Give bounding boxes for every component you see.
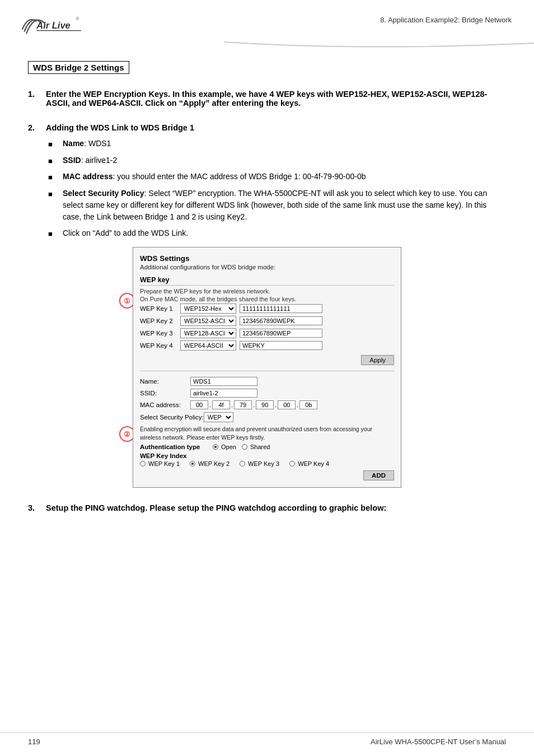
mac-row: MAC address: . . . . . — [140, 400, 394, 409]
wds-link-form: Name: SSID: MAC address: . . — [140, 377, 394, 480]
wds-settings-title: WDS Settings — [140, 254, 394, 263]
step2-heading: 2. Adding the WDS Link to WDS Bridge 1 — [28, 123, 506, 132]
list-item: ■ Click on “Add” to add the WDS Link. — [48, 227, 506, 240]
wep-key-3-option: WEP Key 3 — [240, 460, 279, 467]
step3-heading: 3. Setup the PING watchdog. Please setup… — [28, 503, 506, 512]
bullet-icon: ■ — [48, 189, 58, 200]
wep-key-index-row: WEP Key Index WEP Key 1 WEP Key 2 — [140, 452, 394, 467]
step1-heading-bold: Enter the WEP Encryption Keys. In this e… — [46, 90, 506, 108]
mac-fields: . . . . . — [190, 400, 317, 409]
bullet-text: SSID: airlive1-2 — [63, 155, 117, 166]
wep-key-2-radio[interactable] — [190, 461, 195, 466]
bullet-icon: ■ — [48, 228, 58, 240]
page-header: Air Live ® 8. Application Example2: Brid… — [0, 0, 534, 41]
wep-key-4-option: WEP Key 4 — [289, 460, 329, 467]
bullet-icon: ■ — [48, 172, 58, 183]
wep-key-row-1: WEP Key 1 WEP152-Hex WEP152-ASCII WEP128… — [140, 304, 394, 314]
wep-key-1-option: WEP Key 1 — [140, 460, 180, 467]
mac-field-2[interactable] — [212, 400, 230, 409]
wep-prepare-text2: On Pure MAC mode, all the bridges shared… — [140, 296, 394, 302]
bullet-text: Select Security Policy: Select “WEP” enc… — [63, 188, 506, 223]
security-row: Select Security Policy: WEP None WPA — [140, 412, 394, 422]
wep-key-4-value-input[interactable] — [240, 341, 322, 350]
mac-field-3[interactable] — [234, 400, 252, 409]
bullet-icon: ■ — [48, 156, 58, 167]
name-label: Name: — [140, 378, 190, 385]
wep-key-2-value-input[interactable] — [240, 316, 322, 325]
wep-key-3-label: WEP Key 3 — [140, 330, 180, 337]
step2-number: 2. — [28, 123, 41, 132]
wep-key-3-type-select[interactable]: WEP152-Hex WEP152-ASCII WEP128-ASCII WEP… — [180, 328, 236, 338]
wep-key-2-label: WEP Key 2 — [140, 318, 180, 324]
name-input[interactable] — [190, 377, 257, 386]
page-number: 119 — [28, 738, 40, 746]
mac-sep-2: . — [231, 402, 233, 408]
list-item: ■ Select Security Policy: Select “WEP” e… — [48, 188, 506, 223]
ssid-label: SSID: — [140, 390, 190, 396]
step1-section: 1. Enter the WEP Encryption Keys. In thi… — [28, 90, 506, 108]
mac-label: MAC address: — [140, 402, 190, 408]
wep-key-4-label: WEP Key 4 — [140, 342, 180, 349]
add-button[interactable]: ADD — [363, 470, 394, 480]
wep-key-3-value-input[interactable] — [240, 329, 322, 338]
svg-text:Air Live: Air Live — [36, 20, 71, 30]
wep-key-4-radio[interactable] — [289, 461, 295, 466]
encrypt-info: Enabling encryption will secure data and… — [140, 425, 394, 441]
apply-button[interactable]: Apply — [361, 355, 394, 365]
ssid-input[interactable] — [190, 389, 257, 398]
svg-text:®: ® — [76, 16, 79, 21]
step1-heading: 1. Enter the WEP Encryption Keys. In thi… — [28, 90, 506, 108]
wds-settings-subtitle: Additional configurations for WDS bridge… — [140, 264, 394, 270]
auth-shared-radio[interactable] — [242, 444, 247, 450]
list-item: ■ SSID: airlive1-2 — [48, 155, 506, 167]
mac-sep-3: . — [253, 402, 255, 408]
wep-prepare-text1: Prepare the WEP keys for the wireless ne… — [140, 288, 394, 295]
main-content: WDS Bridge 2 Settings 1. Enter the WEP E… — [0, 50, 534, 539]
wep-key-index-label: WEP Key Index — [140, 452, 187, 459]
auth-radio-group: Open Shared — [213, 444, 270, 450]
list-item: ■ Name: WDS1 — [48, 138, 506, 150]
screenshot-wrapper: ① ② WDS Settings Additional configuratio… — [121, 247, 413, 488]
header-decoration — [0, 41, 534, 50]
wep-key-row-4: WEP Key 4 WEP152-Hex WEP152-ASCII WEP128… — [140, 340, 394, 351]
wep-key-row-3: WEP Key 3 WEP152-Hex WEP152-ASCII WEP128… — [140, 328, 394, 338]
auth-open-radio[interactable] — [213, 444, 218, 450]
auth-open-option: Open — [213, 444, 236, 450]
mac-field-5[interactable] — [278, 400, 296, 409]
security-select[interactable]: WEP None WPA — [204, 412, 233, 422]
wep-key-1-value-input[interactable] — [240, 304, 322, 313]
step1-number: 1. — [28, 90, 41, 108]
auth-label: Authentication type — [140, 444, 213, 450]
wep-key-4-type-select[interactable]: WEP152-Hex WEP152-ASCII WEP128-ASCII WEP… — [180, 340, 236, 351]
wep-key-3-radio[interactable] — [240, 461, 245, 466]
auth-row: Authentication type Open Shared — [140, 444, 394, 450]
wep-key-1-type-select[interactable]: WEP152-Hex WEP152-ASCII WEP128-ASCII WEP… — [180, 304, 236, 314]
step3-number: 3. — [28, 503, 41, 512]
wep-key-row-2: WEP Key 2 WEP152-Hex WEP152-ASCII WEP128… — [140, 316, 394, 326]
mac-field-1[interactable] — [190, 400, 208, 409]
wep-key-2-type-select[interactable]: WEP152-Hex WEP152-ASCII WEP128-ASCII WEP… — [180, 316, 236, 326]
name-row: Name: — [140, 377, 394, 386]
step3-section: 3. Setup the PING watchdog. Please setup… — [28, 503, 506, 512]
section-title: WDS Bridge 2 Settings — [28, 61, 129, 74]
bullet-text: Click on “Add” to add the WDS Link. — [63, 227, 188, 239]
step3-heading-text: Setup the PING watchdog. Please setup th… — [46, 503, 386, 512]
manual-title: AirLive WHA-5500CPE-NT User’s Manual — [371, 738, 506, 746]
bullet-text: Name: WDS1 — [63, 138, 111, 150]
mac-field-4[interactable] — [256, 400, 274, 409]
bullet-icon: ■ — [48, 139, 58, 150]
mac-field-6[interactable] — [299, 400, 317, 409]
list-item: ■ MAC address: you should enter the MAC … — [48, 171, 506, 183]
auth-shared-option: Shared — [242, 444, 270, 450]
page-footer: 119 AirLive WHA-5500CPE-NT User’s Manual — [0, 732, 534, 746]
mac-sep-1: . — [209, 402, 211, 408]
airlive-logo: Air Live ® — [17, 10, 84, 41]
wep-key-index-radio-group: WEP Key 1 WEP Key 2 WEP Key 3 — [140, 460, 394, 467]
divider — [140, 371, 394, 371]
mac-sep-5: . — [297, 402, 298, 408]
security-label: Select Security Policy: — [140, 414, 204, 421]
ssid-row: SSID: — [140, 389, 394, 398]
wep-key-1-radio[interactable] — [140, 461, 146, 466]
step2-bullets: ■ Name: WDS1 ■ SSID: airlive1-2 ■ MAC ad… — [48, 138, 506, 239]
wep-key-1-label: WEP Key 1 — [140, 305, 180, 312]
